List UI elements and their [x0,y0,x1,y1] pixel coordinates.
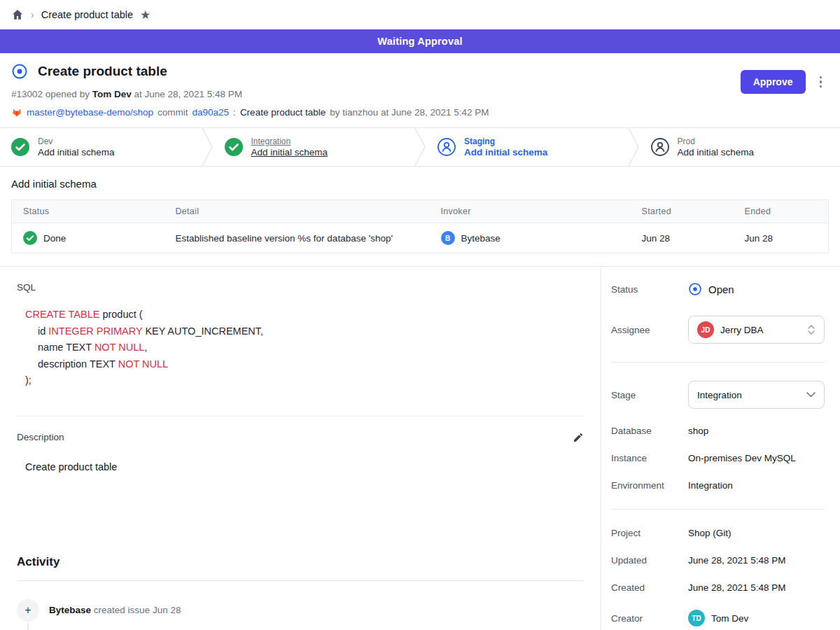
breadcrumb-chevron-icon: › [31,9,34,20]
assignee-label: Assignee [611,325,688,335]
timeline-connector [27,623,29,630]
project-label: Project [611,528,688,538]
task-ended: Jun 28 [734,223,829,253]
commit-info: master@bytebase-demo/shop commit da90a25… [11,106,823,118]
column-header-started: Started [631,200,734,223]
table-row[interactable]: Done Established baseline version %s for… [12,223,829,253]
assignee-value: Jerry DBA [720,325,801,335]
sql-code-block: CREATE TABLE product ( id INTEGER PRIMAR… [25,307,584,389]
select-chevrons-icon [807,324,816,335]
database-value: shop [688,426,708,436]
main-column: SQL CREATE TABLE product ( id INTEGER PR… [0,267,601,630]
stage-task-label: Add initial schema [678,147,755,158]
stage-separator [414,128,426,166]
issue-number: #13002 [11,89,43,99]
stage-pending-icon [651,138,669,156]
favorite-star-icon[interactable]: ★ [140,9,150,21]
task-section-title: Add initial schema [11,178,829,190]
task-table: Status Detail Invoker Started Ended Done [11,200,829,253]
commit-hash-link[interactable]: da90a25 [192,107,230,118]
issue-author: Tom Dev [92,89,132,99]
commit-branch-link[interactable]: master@bytebase-demo/shop [27,107,153,118]
database-label: Database [611,426,688,436]
stage-dev[interactable]: Dev Add initial schema [0,128,201,166]
issue-open-icon [11,63,28,80]
column-header-status: Status [12,200,164,223]
stage-prod[interactable]: Prod Add initial schema [640,128,840,166]
column-header-invoker: Invoker [430,200,631,223]
stage-select[interactable]: Integration [688,381,825,409]
issue-meta: #13002 opened by Tom Dev at June 28, 202… [11,89,823,99]
activity-action: created issue [94,605,150,615]
issue-open-date: June 28, 2021 5:48 PM [144,89,242,99]
page-title: Create product table [38,64,167,79]
description-content: Create product table [25,461,584,472]
commit-message: Create product table [240,107,326,118]
instance-label: Instance [611,453,688,463]
updated-value: June 28, 2021 5:48 PM [688,555,786,566]
status-open-icon [688,282,702,296]
description-label: Description [17,432,64,442]
creator-value: Tom Dev [711,613,748,624]
assignee-select[interactable]: JD Jerry DBA [688,316,825,344]
stage-value: Integration [697,390,800,400]
task-section: Add initial schema Status Detail Invoker… [0,167,840,266]
stage-pending-approval-icon [438,138,456,156]
creator-avatar: TD [688,610,705,626]
status-value: Open [708,284,734,295]
stage-task-label: Add initial schema [38,147,115,158]
environment-value: Integration [688,480,733,491]
approve-button[interactable]: Approve [741,70,806,94]
activity-date: Jun 28 [153,605,181,615]
stage-task-label: Add initial schema [464,147,547,158]
stage-env-label: Integration [251,136,328,146]
activity-author: Bytebase [49,605,91,615]
activity-create-icon: + [17,599,39,622]
stage-separator [627,128,640,166]
created-value: June 28, 2021 5:48 PM [688,582,786,593]
instance-value: On-premises Dev MySQL [688,453,796,463]
issue-sidebar: Status Open Assignee JD Jerry DBA Stage [601,267,840,630]
pipeline-stages: Dev Add initial schema Integration Add i… [0,127,840,167]
divider [611,362,825,363]
issue-header: Create product table #13002 opened by To… [0,53,840,127]
task-done-icon [23,231,37,245]
divider [611,509,825,510]
more-actions-icon[interactable] [817,74,825,91]
commit-author-date: by tianzhou at June 28, 2021 5:42 PM [330,107,489,118]
creator-label: Creator [611,613,688,624]
stage-env-label: Prod [678,136,755,146]
task-invoker: Bytebase [461,233,500,244]
divider [17,416,584,416]
status-banner-text: Waiting Approval [377,36,462,47]
stage-done-icon [11,138,29,156]
status-banner: Waiting Approval [0,29,840,53]
activity-item: + Bytebase created issue Jun 28 [17,599,584,622]
stage-label: Stage [611,390,688,400]
divider [17,580,584,581]
stage-integration[interactable]: Integration Add initial schema [214,128,414,166]
stage-staging[interactable]: Staging Add initial schema [426,128,627,166]
activity-title: Activity [17,555,584,569]
assignee-avatar: JD [697,321,714,338]
stage-task-label: Add initial schema [251,147,328,158]
breadcrumb-current-page: Create product table [41,9,133,20]
stage-env-label: Staging [464,136,547,146]
task-detail: Established baseline version %s for data… [164,223,430,253]
task-started: Jun 28 [631,223,734,253]
stage-env-label: Dev [38,136,115,146]
project-value: Shop (Git) [688,528,732,538]
chevron-down-icon [806,392,816,398]
gitlab-icon [11,106,22,118]
stage-separator [201,128,214,166]
environment-label: Environment [611,480,688,491]
task-status: Done [43,233,66,244]
breadcrumb: › Create product table ★ [0,0,840,29]
sql-label: SQL [17,282,584,293]
column-header-detail: Detail [164,200,430,223]
invoker-avatar: B [441,231,455,245]
status-label: Status [611,284,688,295]
created-label: Created [611,582,688,593]
edit-description-icon[interactable] [573,432,584,443]
home-icon[interactable] [11,8,24,21]
